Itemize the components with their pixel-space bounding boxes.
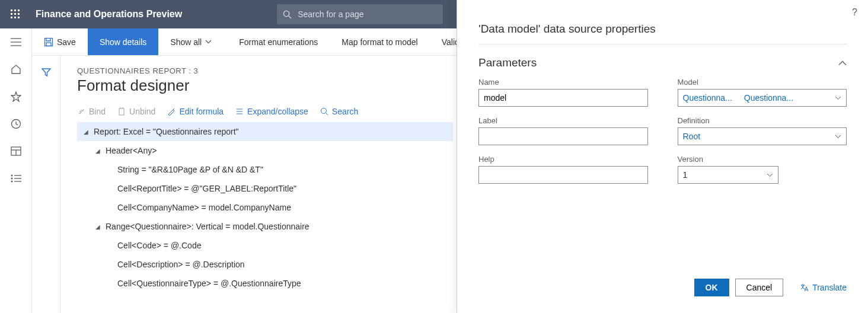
translate-button[interactable]: Translate xyxy=(800,283,847,292)
app-launcher-icon[interactable] xyxy=(6,5,25,24)
model-label: Model xyxy=(678,78,847,87)
format-tree: ◢Report: Excel = "Questionnaires report"… xyxy=(77,122,453,293)
name-label: Name xyxy=(478,78,648,87)
section-title: Parameters xyxy=(478,56,537,69)
designer-toolbar: Bind Unbind Edit formula Expand/collapse… xyxy=(77,103,453,122)
label-input[interactable] xyxy=(478,127,648,145)
home-icon[interactable] xyxy=(0,56,31,83)
panel-title: 'Data model' data source properties xyxy=(478,23,847,36)
modules-icon[interactable] xyxy=(0,165,31,192)
save-button[interactable]: Save xyxy=(32,28,88,55)
name-input[interactable] xyxy=(478,89,648,107)
tree-toggle-icon[interactable]: ◢ xyxy=(94,148,102,154)
parameters-form: Name Model Questionna... Questionna... L… xyxy=(478,78,847,184)
version-label: Version xyxy=(678,155,847,164)
cancel-button[interactable]: Cancel xyxy=(735,279,784,296)
tree-label: Cell<CompanyName> = model.CompanyName xyxy=(117,203,291,212)
name-field: Name xyxy=(478,78,648,107)
page-title: Format designer xyxy=(77,76,453,95)
label-field: Label xyxy=(478,116,648,145)
svg-point-18 xyxy=(11,175,12,177)
filter-column xyxy=(32,56,60,313)
svg-rect-1 xyxy=(14,9,16,11)
search-button[interactable]: Search xyxy=(320,107,358,116)
tree-row[interactable]: Cell<QuestionnaireType> = @.Questionnair… xyxy=(77,274,453,293)
filter-icon[interactable] xyxy=(42,68,51,313)
breadcrumb: QUESTIONNAIRES REPORT : 3 xyxy=(77,66,453,75)
tree-label: Cell<QuestionnaireType> = @.Questionnair… xyxy=(117,279,301,288)
format-enumerations-button[interactable]: Format enumerations xyxy=(227,28,330,55)
svg-rect-0 xyxy=(11,9,12,11)
left-rail xyxy=(0,28,32,313)
tree-row[interactable]: Cell<ReportTitle> = @"GER_LABEL:ReportTi… xyxy=(77,179,453,198)
tree-label: Range<Questionnaire>: Vertical = model.Q… xyxy=(106,222,309,231)
tree-row[interactable]: Cell<Description> = @.Description xyxy=(77,255,453,274)
panel-footer: OK Cancel Translate xyxy=(478,270,847,313)
help-icon[interactable]: ? xyxy=(852,7,857,18)
svg-rect-26 xyxy=(119,108,124,115)
svg-rect-4 xyxy=(14,13,16,15)
model-select[interactable]: Questionna... Questionna... xyxy=(678,89,847,107)
svg-rect-7 xyxy=(14,17,16,18)
svg-rect-5 xyxy=(18,13,20,15)
model-field: Model Questionna... Questionna... xyxy=(678,78,847,107)
label-label: Label xyxy=(478,116,648,125)
content-area: QUESTIONNAIRES REPORT : 3 Format designe… xyxy=(32,56,453,313)
definition-label: Definition xyxy=(678,116,847,125)
hamburger-icon[interactable] xyxy=(0,28,31,56)
svg-line-33 xyxy=(326,113,328,116)
help-input[interactable] xyxy=(478,166,648,184)
svg-rect-25 xyxy=(46,43,51,46)
collapse-section-icon[interactable] xyxy=(838,58,847,68)
properties-panel: ? 'Data model' data source properties Pa… xyxy=(457,0,868,313)
tree-row[interactable]: ◢Range<Questionnaire>: Vertical = model.… xyxy=(77,217,453,236)
unbind-button[interactable]: Unbind xyxy=(117,107,155,116)
main: QUESTIONNAIRES REPORT : 3 Format designe… xyxy=(60,56,453,313)
tree-toggle-icon[interactable]: ◢ xyxy=(94,223,102,230)
clock-icon[interactable] xyxy=(0,110,31,138)
bind-button[interactable]: Bind xyxy=(77,107,106,116)
tree-row[interactable]: Cell<CompanyName> = model.CompanyName xyxy=(77,198,453,217)
help-field: Help xyxy=(478,155,648,184)
search-box[interactable]: Search for a page xyxy=(277,4,443,24)
ok-button[interactable]: OK xyxy=(694,279,729,296)
tree-row[interactable]: ◢Report: Excel = "Questionnaires report" xyxy=(77,122,453,141)
tree-label: Cell<ReportTitle> = @"GER_LABEL:ReportTi… xyxy=(117,184,296,193)
map-format-button[interactable]: Map format to model xyxy=(330,28,429,55)
svg-rect-6 xyxy=(11,17,12,18)
tree-row[interactable]: ◢Header<Any> xyxy=(77,141,453,160)
tree-row[interactable]: String = "&R&10Page &P of &N &D &T" xyxy=(77,160,453,179)
tree-row[interactable]: Cell<Code> = @.Code xyxy=(77,236,453,255)
tree-label: Cell<Description> = @.Description xyxy=(117,260,245,269)
definition-select[interactable]: Root xyxy=(678,127,847,145)
expand-collapse-button[interactable]: Expand/collapse xyxy=(235,107,308,116)
tree-label: String = "&R&10Page &P of &N &D &T" xyxy=(117,165,263,174)
divider xyxy=(478,44,847,44)
svg-line-10 xyxy=(289,15,291,18)
version-select[interactable]: 1 xyxy=(678,166,778,184)
tree-label: Report: Excel = "Questionnaires report" xyxy=(94,127,239,136)
tree-label: Cell<Code> = @.Code xyxy=(117,241,201,250)
edit-formula-button[interactable]: Edit formula xyxy=(167,107,224,116)
svg-rect-3 xyxy=(11,13,12,15)
svg-rect-2 xyxy=(18,9,20,11)
search-placeholder: Search for a page xyxy=(298,9,363,19)
svg-point-20 xyxy=(11,178,12,180)
app-title: Finance and Operations Preview xyxy=(36,9,182,20)
show-all-button[interactable]: Show all xyxy=(158,28,227,55)
help-label: Help xyxy=(478,155,648,164)
star-icon[interactable] xyxy=(0,83,31,110)
tree-toggle-icon[interactable]: ◢ xyxy=(82,129,90,135)
svg-point-22 xyxy=(11,181,12,183)
section-header: Parameters xyxy=(478,56,847,69)
svg-point-9 xyxy=(284,11,289,16)
show-details-button[interactable]: Show details xyxy=(88,28,158,55)
svg-point-32 xyxy=(321,108,326,114)
definition-field: Definition Root xyxy=(678,116,847,145)
svg-rect-8 xyxy=(18,17,20,18)
version-field: Version 1 xyxy=(678,155,847,184)
workspace-icon[interactable] xyxy=(0,138,31,165)
tree-label: Header<Any> xyxy=(106,146,157,155)
